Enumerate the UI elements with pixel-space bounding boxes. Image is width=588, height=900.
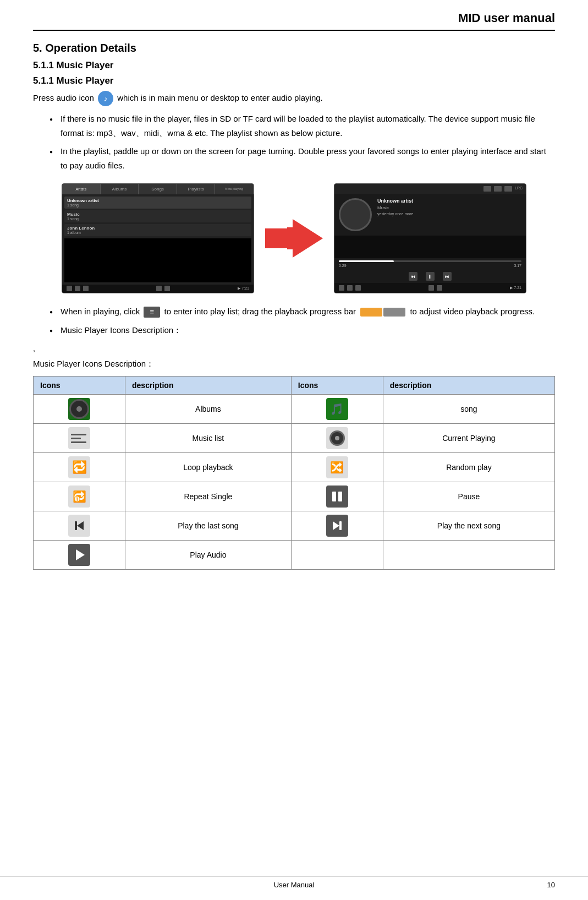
screenshot-left: Artists Albums Songs Playlists Now playi… (62, 183, 254, 293)
progress-bar-inline (360, 308, 405, 317)
mock-tab-nowplaying: Now playing (215, 184, 254, 194)
arrow-head (293, 219, 323, 258)
mock-album-name: Music (377, 205, 521, 210)
icon-cell-left-1 (34, 424, 125, 453)
mock-list-items: Unknown artist 1 song Music 1 song John … (62, 194, 254, 285)
mock-now-playing-content: Unknown artist Music yesterday once more (334, 194, 526, 236)
icon-cell-right-4 (291, 511, 383, 541)
icons-table: Icons description Icons description Albu… (33, 376, 555, 570)
mock-status-bar-right: ▶ 7:21 (510, 286, 521, 290)
mock-tab-songs: Songs (139, 184, 177, 194)
comma-note: , (33, 342, 555, 354)
mock-prev-btn: ⏮ (409, 272, 417, 281)
icon-cell-right-0: 🎵 (291, 395, 383, 424)
th-icons2: Icons (291, 377, 383, 395)
table-row: Play the last song Play the next song (34, 511, 555, 541)
mock-subtrack-name: yesterday once more (377, 212, 521, 216)
desc-right-2: Random play (383, 453, 554, 482)
mock-progress-area: 0:29 3:17 (334, 258, 526, 270)
mock-lyrics-btn: LRC (515, 186, 523, 192)
mock-home-icon-r (339, 285, 344, 291)
mock-waveform-area (334, 236, 526, 258)
mock-track-info: Unknown artist Music yesterday once more (377, 198, 521, 231)
th-icons1: Icons (34, 377, 125, 395)
pb-orange (360, 308, 382, 317)
desc-right-1: Current Playing (383, 424, 554, 453)
bullet3-part3: to adjust video playback progress. (410, 307, 535, 316)
icon-cell-left-4 (34, 511, 125, 541)
mock-icon-btn-1 (483, 186, 491, 192)
mock-playback-controls: ⏮ ⏸ ⏭ (334, 270, 526, 283)
screenshot-right: LRC Unknown artist Music yesterday once … (334, 183, 526, 293)
mock-nav-icons (67, 286, 89, 291)
mock-back-icon (75, 286, 80, 291)
mock-progress-fill (339, 260, 394, 262)
mock-bottom-bar-left: ▶ 7:21 (62, 285, 254, 293)
icon-cell-left-3: 🔂 (34, 482, 125, 511)
bullet-item-1: If there is no music file in the player,… (50, 112, 555, 140)
desc-right-0: song (383, 395, 554, 424)
bullet-list-2: When in playing, click to enter into pla… (50, 304, 555, 337)
icon-cell-right-3 (291, 482, 383, 511)
desc-left-5: Play Audio (125, 541, 292, 570)
table-row: Albums 🎵 song (34, 395, 555, 424)
mock-menu-icon-r (355, 285, 361, 291)
table-row: Play Audio (34, 541, 555, 570)
bullet-item-2: In the playlist, paddle up or down on th… (50, 144, 555, 172)
bullet3-part2: to enter into play list; drag the playba… (164, 307, 356, 316)
table-row: Music list Current Playing (34, 424, 555, 453)
mock-status-bar: ▶ 7:21 (238, 286, 249, 291)
section511-heading: 5.1.1 Music Player (33, 60, 555, 71)
mock-time-end: 3:17 (514, 264, 521, 268)
red-arrow-shape (265, 219, 323, 258)
table-row: 🔂 Repeat Single Pause (34, 482, 555, 511)
mock-track-name: Unknown artist (377, 198, 521, 204)
mock-album-art (339, 198, 372, 231)
mock-bottom-bar-right: ▶ 7:21 (334, 283, 526, 293)
mock-icon-btn-3 (504, 186, 512, 192)
th-description2: description (383, 377, 554, 395)
screenshots-row: Artists Albums Songs Playlists Now playi… (33, 183, 555, 293)
icon-cell-left-5 (34, 541, 125, 570)
arrow-container (265, 219, 323, 258)
page-header: MID user manual (33, 11, 555, 31)
mock-back-icon-r (347, 285, 353, 291)
icon-cell-right-5 (291, 541, 383, 570)
desc-left-0: Albums (125, 395, 292, 424)
mock-vol-down-r (428, 285, 434, 291)
audio-icon (98, 91, 113, 106)
mock-home-icon (67, 286, 72, 291)
pb-gray (383, 308, 405, 317)
icon-cell-right-2: 🔀 (291, 453, 383, 482)
intro-paragraph: Press audio icon which is in main menu o… (33, 91, 555, 106)
desc-right-3: Pause (383, 482, 554, 511)
page-title: MID user manual (458, 11, 555, 25)
mock-tab-playlists: Playlists (177, 184, 216, 194)
table-row: 🔁 Loop playback 🔀 Random play (34, 453, 555, 482)
desc-right-5 (383, 541, 554, 570)
footer-label: User Manual (274, 881, 315, 889)
th-description1: description (125, 377, 292, 395)
playlist-icon-inline (144, 307, 160, 318)
bullet-item-4: Music Player Icons Description： (50, 323, 555, 337)
mock-player-right: LRC Unknown artist Music yesterday once … (334, 184, 526, 293)
mock-top-bar-right: LRC (334, 184, 526, 194)
mock-tab-artists: Artists (62, 184, 101, 194)
mock-menu-icon (83, 286, 89, 291)
mock-pause-btn: ⏸ (426, 272, 435, 281)
icon-cell-left-2: 🔁 (34, 453, 125, 482)
desc-left-3: Repeat Single (125, 482, 292, 511)
page-footer: User Manual (0, 876, 588, 889)
mock-artist-item-3: John Lennon 1 album (64, 224, 251, 236)
mock-player-left: Artists Albums Songs Playlists Now playi… (62, 184, 254, 293)
icon-cell-right-1 (291, 424, 383, 453)
mock-tabs: Artists Albums Songs Playlists Now playi… (62, 184, 254, 194)
bullet3-part1: When in playing, click (61, 307, 142, 316)
section5-title: 5. Operation Details (33, 42, 555, 54)
mock-icon-btn-2 (494, 186, 502, 192)
mock-media-icons (156, 286, 170, 291)
mock-nav-icons-right (339, 285, 361, 291)
desc-right-4: Play the next song (383, 511, 554, 541)
mock-tab-albums: Albums (101, 184, 139, 194)
bullet-list: If there is no music file in the player,… (50, 112, 555, 172)
